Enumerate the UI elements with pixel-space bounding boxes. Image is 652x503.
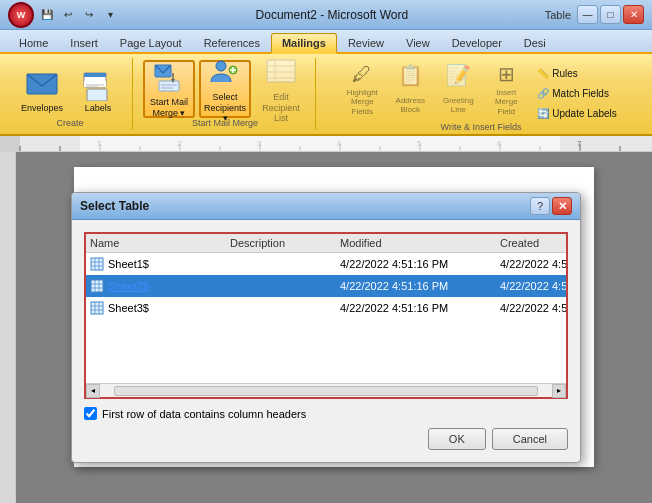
svg-rect-48 (91, 258, 103, 270)
match-fields-button[interactable]: 🔗 Match Fields (531, 84, 623, 102)
dialog-titlebar: Select Table ? ✕ (72, 193, 580, 220)
undo-quick-btn[interactable]: ↩ (59, 6, 77, 24)
window-title: Document2 - Microsoft Word (119, 8, 545, 22)
redo-quick-btn[interactable]: ↪ (80, 6, 98, 24)
document-area: Select Table ? ✕ Name Description Mo (0, 152, 652, 503)
svg-rect-6 (87, 89, 107, 101)
col-name: Name (90, 237, 230, 249)
svg-rect-17 (267, 60, 295, 82)
dialog-title: Select Table (80, 199, 149, 213)
col-modified: Modified (340, 237, 500, 249)
dialog-controls: ? ✕ (530, 197, 572, 215)
select-recipients-button[interactable]: Select Recipients ▾ (199, 60, 251, 118)
match-fields-label: Match Fields (552, 88, 609, 99)
row2-modified: 4/22/2022 4:51:16 PM (340, 280, 500, 292)
row2-name: Sheet2$ (90, 279, 230, 293)
svg-rect-58 (91, 302, 103, 314)
envelope-icon (24, 65, 60, 101)
greeting-line-button: 📝 Greeting Line (435, 60, 481, 118)
rules-button[interactable]: 📏 Rules (531, 64, 623, 82)
labels-icon (80, 65, 116, 101)
create-group-label: Create (56, 118, 83, 130)
svg-rect-23 (0, 136, 20, 152)
highlight-icon: 🖊 (344, 62, 380, 86)
labels-label: Labels (85, 103, 112, 114)
table-body: Sheet1$ 4/22/2022 4:51:16 PM 4/22/2022 4… (86, 253, 566, 383)
ribbon-group-start-mail-merge: Start Mail Merge ▾ Select Recipients ▾ (135, 58, 316, 130)
envelopes-button[interactable]: Envelopes (16, 60, 68, 118)
update-labels-icon: 🔄 (537, 108, 549, 119)
start-mail-merge-button[interactable]: Start Mail Merge ▾ (143, 60, 195, 118)
col-description: Description (230, 237, 340, 249)
ribbon-group-write-insert: 🖊 Highlight Merge Fields 📋 Address Block… (318, 58, 644, 130)
tab-insert[interactable]: Insert (59, 33, 109, 52)
row3-modified: 4/22/2022 4:51:16 PM (340, 302, 500, 314)
dialog-overlay: Select Table ? ✕ Name Description Mo (0, 152, 652, 503)
update-labels-button[interactable]: 🔄 Update Labels (531, 104, 623, 122)
dialog-close-button[interactable]: ✕ (552, 197, 572, 215)
labels-button[interactable]: Labels (72, 60, 124, 118)
column-headers-checkbox[interactable] (84, 407, 97, 420)
row3-created: 4/22/2022 4:51:16 PM (500, 302, 566, 314)
minimize-button[interactable]: — (577, 5, 598, 24)
sheet-icon-3 (90, 301, 104, 315)
scroll-left-btn[interactable]: ◂ (86, 384, 100, 398)
select-recipients-icon (207, 54, 243, 90)
svg-rect-8 (159, 81, 179, 91)
doc-background: Select Table ? ✕ Name Description Mo (0, 152, 652, 503)
tab-design[interactable]: Desi (513, 33, 557, 52)
row1-created: 4/22/2022 4:51:16 PM (500, 258, 566, 270)
table-row[interactable]: Sheet3$ 4/22/2022 4:51:16 PM 4/22/2022 4… (86, 297, 566, 319)
tab-review[interactable]: Review (337, 33, 395, 52)
insert-merge-icon: ⊞ (488, 62, 524, 86)
row2-created: 4/22/2022 4:51:16 PM (500, 280, 566, 292)
svg-rect-2 (84, 73, 106, 77)
start-mail-merge-icon (151, 59, 187, 95)
dialog-help-button[interactable]: ? (530, 197, 550, 215)
close-button[interactable]: ✕ (623, 5, 644, 24)
write-insert-group-label: Write & Insert Fields (441, 122, 522, 134)
ribbon-content: Envelopes Labels Create (0, 54, 652, 136)
table-row[interactable]: Sheet1$ 4/22/2022 4:51:16 PM 4/22/2022 4… (86, 253, 566, 275)
col-created: Created (500, 237, 652, 249)
horizontal-ruler: 1 2 3 4 5 6 7 (0, 136, 652, 152)
scroll-right-btn[interactable]: ▸ (552, 384, 566, 398)
tab-references[interactable]: References (193, 33, 271, 52)
window-controls: — □ ✕ (577, 5, 644, 24)
svg-rect-3 (84, 81, 106, 87)
save-quick-btn[interactable]: 💾 (38, 6, 56, 24)
tab-page-layout[interactable]: Page Layout (109, 33, 193, 52)
customize-quick-btn[interactable]: ▾ (101, 6, 119, 24)
tab-developer[interactable]: Developer (441, 33, 513, 52)
tab-view[interactable]: View (395, 33, 441, 52)
tab-home[interactable]: Home (8, 33, 59, 52)
envelopes-label: Envelopes (21, 103, 63, 114)
greeting-label: Greeting Line (443, 96, 474, 115)
ok-button[interactable]: OK (428, 428, 486, 450)
sheet-icon-1 (90, 257, 104, 271)
row1-name: Sheet1$ (90, 257, 230, 271)
insert-merge-field-button: ⊞ Insert Merge Field (483, 60, 529, 118)
table-container: Name Description Modified Created Type (84, 232, 568, 399)
start-mail-merge-label: Start Mail Merge ▾ (150, 97, 188, 119)
office-button[interactable]: W (8, 2, 34, 28)
row3-name: Sheet3$ (90, 301, 230, 315)
scroll-track[interactable] (114, 386, 538, 396)
match-fields-icon: 🔗 (537, 88, 549, 99)
dialog-buttons: OK Cancel (84, 428, 568, 450)
maximize-button[interactable]: □ (600, 5, 621, 24)
update-labels-label: Update Labels (552, 108, 617, 119)
svg-point-13 (216, 61, 226, 71)
title-bar-left: W 💾 ↩ ↪ ▾ (8, 2, 119, 28)
cancel-button[interactable]: Cancel (492, 428, 568, 450)
table-row[interactable]: Sheet2$ 4/22/2022 4:51:16 PM 4/22/2022 4… (86, 275, 566, 297)
highlight-merge-fields-button: 🖊 Highlight Merge Fields (339, 60, 385, 118)
edit-recipient-icon (263, 54, 299, 90)
horizontal-scrollbar[interactable]: ◂ ▸ (86, 383, 566, 397)
tab-mailings[interactable]: Mailings (271, 33, 337, 54)
table-header: Name Description Modified Created Type (86, 234, 566, 253)
highlight-label: Highlight Merge Fields (342, 88, 382, 117)
checkbox-label: First row of data contains column header… (102, 408, 306, 420)
quick-access-toolbar: 💾 ↩ ↪ ▾ (38, 6, 119, 24)
row1-modified: 4/22/2022 4:51:16 PM (340, 258, 500, 270)
